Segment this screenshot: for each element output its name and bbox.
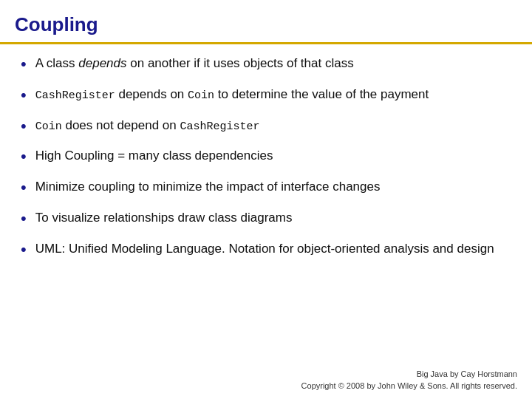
italic-depends: depends [78, 56, 126, 70]
code-cashregister-2: CashRegister [180, 120, 259, 133]
slide: Coupling • A class depends on another if… [0, 0, 532, 399]
slide-header: Coupling [0, 0, 532, 44]
bullet-text-2: CashRegister depends on Coin to determin… [35, 86, 511, 103]
bullet-text-5: Minimize coupling to minimize the impact… [35, 178, 511, 196]
bullet-item-4: • High Coupling = many class dependencie… [21, 147, 511, 168]
bullet-text-7: UML: Unified Modeling Language. Notation… [35, 240, 511, 258]
slide-content: • A class depends on another if it uses … [0, 44, 532, 364]
bullet-item-1: • A class depends on another if it uses … [21, 55, 511, 76]
bullet-item-3: • Coin does not depend on CashRegister [21, 117, 511, 138]
bullet-text-6: To visualize relationships draw class di… [35, 209, 511, 227]
bullet-dot-2: • [21, 84, 27, 107]
code-cashregister-1: CashRegister [35, 89, 115, 102]
bullet-dot-6: • [21, 208, 27, 231]
bullet-text-4: High Coupling = many class dependencies [35, 147, 511, 165]
footer-line1: Big Java by Cay Horstmann [15, 369, 517, 380]
bullet-item-5: • Minimize coupling to minimize the impa… [21, 178, 511, 200]
bullet-item-2: • CashRegister depends on Coin to determ… [21, 86, 511, 107]
bullet-item-6: • To visualize relationships draw class … [21, 209, 511, 231]
bullet-text-3: Coin does not depend on CashRegister [35, 117, 511, 134]
bullet-dot-1: • [21, 53, 27, 76]
code-coin-1: Coin [188, 89, 214, 102]
bullet-dot-3: • [21, 115, 27, 138]
bullet-dot-5: • [21, 177, 27, 200]
bullet-item-7: • UML: Unified Modeling Language. Notati… [21, 240, 511, 262]
slide-title: Coupling [15, 13, 98, 35]
code-coin-2: Coin [35, 120, 62, 133]
footer-line2: Copyright © 2008 by John Wiley & Sons. A… [15, 381, 517, 392]
slide-footer: Big Java by Cay Horstmann Copyright © 20… [0, 364, 532, 399]
bullet-dot-7: • [21, 239, 27, 262]
bullet-dot-4: • [21, 146, 27, 168]
bullet-text-1: A class depends on another if it uses ob… [35, 55, 511, 72]
